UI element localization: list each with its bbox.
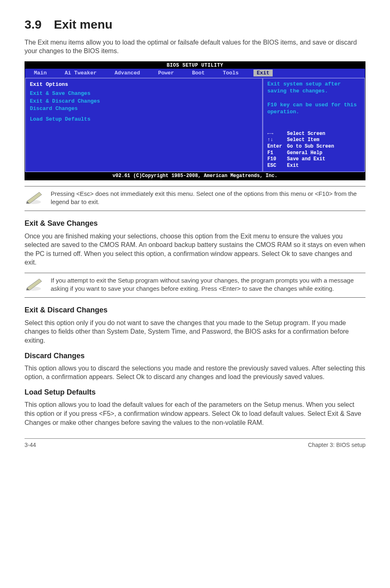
bios-tab-main[interactable]: Main [25, 70, 56, 77]
key-arrows-ud: ↑↓ [267, 137, 287, 144]
bios-tab-power[interactable]: Power [149, 70, 183, 77]
pencil-icon [25, 190, 45, 208]
heading-load-defaults: Load Setup Defaults [25, 387, 365, 397]
bios-option-discard[interactable]: Discard Changes [30, 105, 258, 112]
chapter-label: Chapter 3: BIOS setup [308, 441, 365, 449]
bios-key-legend: ←→Select Screen ↑↓Select Item EnterGo to… [267, 131, 360, 169]
bios-tab-exit[interactable]: Exit [253, 70, 273, 77]
key-arrows-lr: ←→ [267, 131, 287, 137]
page-title: 3.9Exit menu [25, 16, 365, 33]
body-exit-save: Once you are finished making your select… [25, 232, 365, 267]
bios-help-text: Exit system setup after saving the chang… [267, 81, 360, 115]
key-f1: F1 [267, 150, 287, 157]
bios-tab-ai-tweaker[interactable]: Ai Tweaker [56, 70, 105, 77]
heading-exit-save: Exit & Save Changes [25, 218, 365, 228]
bios-menubar: Main Ai Tweaker Advanced Power Boot Tool… [25, 69, 365, 78]
bios-tab-tools[interactable]: Tools [214, 70, 248, 77]
page-number: 3-44 [25, 441, 36, 449]
note-block-2: If you attempt to exit the Setup program… [25, 273, 365, 298]
heading-exit-discard: Exit & Discard Changes [25, 305, 365, 315]
key-enter: Enter [267, 144, 287, 150]
bios-option-exit-discard[interactable]: Exit & Discard Changes [30, 98, 258, 105]
bios-option-exit-save[interactable]: Exit & Save Changes [30, 90, 258, 97]
bios-title: BIOS SETUP UTILITY [25, 62, 365, 69]
bios-options-header: Exit Options [30, 81, 258, 88]
key-f10: F10 [267, 156, 287, 163]
note-2-text: If you attempt to exit the Setup program… [51, 276, 365, 293]
body-load-defaults: This option allows you to load the defau… [25, 400, 365, 427]
bios-tab-boot[interactable]: Boot [183, 70, 214, 77]
intro-text: The Exit menu items allow you to load th… [25, 38, 365, 56]
note-1-text: Pressing <Esc> does not immediately exit… [51, 190, 365, 206]
pencil-icon [25, 276, 45, 294]
section-name: Exit menu [54, 18, 112, 31]
bios-footer: v02.61 (C)Copyright 1985-2008, American … [25, 172, 365, 180]
page-footer: 3-44 Chapter 3: BIOS setup [25, 438, 365, 449]
bios-options-panel: Exit Options Exit & Save Changes Exit & … [25, 78, 263, 172]
bios-help-panel: Exit system setup after saving the chang… [263, 78, 365, 172]
note-block-1: Pressing <Esc> does not immediately exit… [25, 186, 365, 211]
bios-option-load-defaults[interactable]: Load Setup Defaults [30, 116, 258, 123]
body-exit-discard: Select this option only if you do not wa… [25, 319, 365, 345]
section-number: 3.9 [25, 16, 42, 33]
heading-discard: Discard Changes [25, 351, 365, 361]
key-esc: ESC [267, 163, 287, 169]
bios-tab-advanced[interactable]: Advanced [105, 70, 149, 77]
body-discard: This option allows you to discard the se… [25, 364, 365, 382]
bios-screenshot: BIOS SETUP UTILITY Main Ai Tweaker Advan… [25, 61, 365, 180]
